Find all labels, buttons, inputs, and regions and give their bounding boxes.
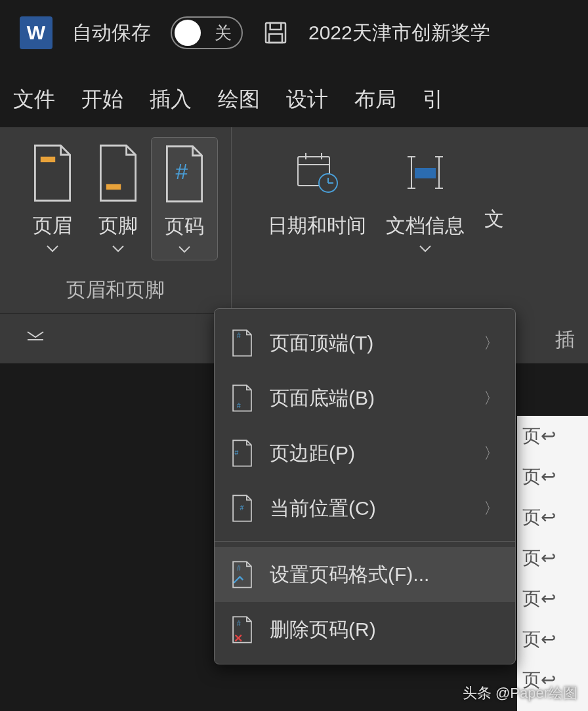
- doc-line: 页↩: [517, 538, 588, 579]
- autosave-label: 自动保存: [72, 20, 151, 47]
- menu-bottom-of-page[interactable]: # 页面底端(B) 〉: [215, 371, 515, 426]
- page-number-label: 页码: [165, 213, 204, 240]
- header-footer-section-label: 页眉和页脚: [0, 264, 231, 314]
- tab-insert[interactable]: 插入: [150, 79, 192, 121]
- page-number-button[interactable]: # 页码: [151, 137, 218, 260]
- svg-text:#: #: [237, 565, 241, 572]
- ribbon-tabs: 文件 开始 插入 绘图 设计 布局 引: [0, 66, 588, 127]
- svg-rect-19: [415, 169, 435, 178]
- doc-info-button[interactable]: 文档信息: [376, 137, 474, 310]
- menu-separator: [215, 541, 515, 542]
- doc-line: 页↩: [517, 579, 588, 619]
- tab-references[interactable]: 引: [423, 79, 444, 121]
- date-time-label: 日期和时间: [268, 213, 366, 239]
- chevron-right-icon: 〉: [484, 498, 499, 519]
- chevron-down-icon: [112, 245, 125, 253]
- page-number-dropdown: # 页面顶端(T) 〉 # 页面底端(B) 〉 # 页边距(P) 〉 # 当前位…: [214, 308, 516, 664]
- chevron-right-icon: 〉: [484, 443, 499, 464]
- svg-rect-2: [269, 34, 282, 43]
- header-label: 页眉: [33, 213, 72, 239]
- menu-label: 删除页码(R): [270, 617, 499, 643]
- expand-icon: [26, 331, 45, 342]
- ribbon: 页眉 页脚 # 页码 页: [0, 127, 588, 314]
- svg-rect-3: [41, 157, 55, 162]
- footer-label: 页脚: [98, 213, 138, 239]
- word-app-icon: W: [20, 16, 52, 49]
- tab-file[interactable]: 文件: [13, 79, 55, 121]
- svg-text:#: #: [237, 620, 241, 627]
- tab-home[interactable]: 开始: [81, 79, 123, 121]
- doc-line: 页↩: [517, 457, 588, 497]
- page-icon: #: [230, 384, 254, 413]
- chevron-right-icon: 〉: [484, 333, 499, 354]
- toggle-knob: [175, 20, 201, 46]
- menu-label: 当前位置(C): [270, 495, 468, 522]
- menu-top-of-page[interactable]: # 页面顶端(T) 〉: [215, 315, 515, 371]
- menu-label: 设置页码格式(F)...: [270, 561, 499, 588]
- doc-line: 页↩: [517, 416, 588, 457]
- doc-line: 页↩: [517, 619, 588, 660]
- page-icon: #: [230, 439, 254, 468]
- chevron-down-icon: [178, 245, 191, 253]
- tab-layout[interactable]: 布局: [354, 79, 396, 121]
- svg-rect-1: [270, 23, 282, 30]
- menu-label: 页面底端(B): [270, 385, 468, 412]
- watermark: 头条 @Paper绘图: [463, 683, 578, 703]
- doc-line: 页↩: [517, 497, 588, 538]
- autosave-toggle[interactable]: 关: [171, 16, 243, 49]
- svg-text:#: #: [237, 332, 241, 339]
- toggle-state-label: 关: [215, 22, 232, 45]
- text-button-partial[interactable]: 文: [474, 137, 514, 310]
- tab-draw[interactable]: 绘图: [218, 79, 260, 121]
- svg-text:#: #: [240, 504, 244, 512]
- text-label: 文: [484, 206, 504, 233]
- tab-design[interactable]: 设计: [286, 79, 328, 121]
- document-title: 2022天津市创新奖学: [308, 20, 490, 47]
- menu-format-page-numbers[interactable]: # 设置页码格式(F)...: [215, 547, 515, 602]
- ribbon-insert-section: 日期和时间 文档信息 文: [231, 127, 514, 314]
- document-area: 页↩ 页↩ 页↩ 页↩ 页↩ 页↩ 页↩ 页↩: [517, 416, 588, 711]
- chevron-down-icon: [46, 245, 59, 253]
- header-button[interactable]: 页眉: [20, 137, 85, 260]
- svg-text:#: #: [237, 402, 241, 409]
- title-bar: W 自动保存 关 2022天津市创新奖学: [0, 0, 588, 66]
- svg-text:#: #: [175, 159, 188, 184]
- menu-label: 页面顶端(T): [270, 330, 468, 357]
- menu-remove-page-numbers[interactable]: # 删除页码(R): [215, 602, 515, 657]
- save-icon[interactable]: [262, 20, 289, 46]
- date-time-button[interactable]: 日期和时间: [258, 137, 376, 310]
- svg-rect-4: [106, 184, 121, 190]
- page-icon: #: [230, 494, 254, 523]
- doc-info-label: 文档信息: [386, 213, 465, 239]
- chevron-right-icon: 〉: [484, 388, 499, 409]
- remove-page-icon: #: [230, 615, 254, 644]
- menu-page-margins[interactable]: # 页边距(P) 〉: [215, 426, 515, 481]
- ribbon-header-footer-section: 页眉 页脚 # 页码 页: [0, 127, 231, 314]
- ribbon-expand-bar[interactable]: [0, 314, 217, 363]
- menu-current-position[interactable]: # 当前位置(C) 〉: [215, 481, 515, 536]
- menu-label: 页边距(P): [270, 440, 468, 467]
- page-icon: #: [230, 329, 254, 357]
- footer-button[interactable]: 页脚: [85, 137, 151, 260]
- svg-text:#: #: [234, 449, 238, 457]
- format-page-icon: #: [230, 560, 254, 589]
- chevron-down-icon: [419, 245, 432, 253]
